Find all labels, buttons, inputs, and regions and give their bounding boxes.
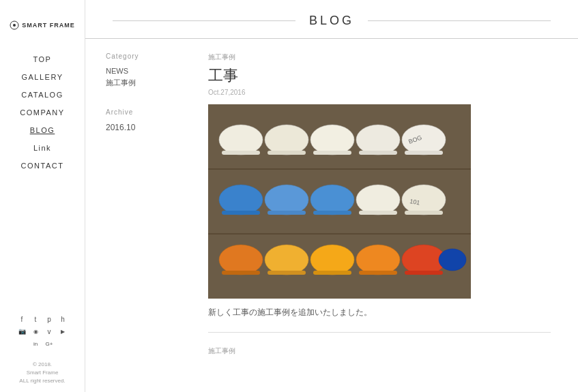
facebook-icon[interactable]: f: [17, 314, 27, 324]
nav-gallery[interactable]: GALLERY: [0, 68, 85, 86]
category-news[interactable]: NEWS: [106, 67, 181, 75]
svg-rect-34: [405, 271, 443, 275]
left-panel: Category NEWS 施工事例 Archive 2016.10: [85, 39, 194, 392]
copyright: © 2018.Smart FrameALL right reserved.: [19, 361, 65, 385]
youtube-icon[interactable]: ▶: [58, 327, 68, 336]
nav-link[interactable]: Link: [0, 139, 85, 157]
svg-rect-16: [222, 211, 260, 215]
header-line-left: [113, 20, 295, 21]
logo-icon: [10, 20, 19, 30]
svg-point-31: [356, 245, 400, 275]
category-label: Category: [106, 52, 181, 60]
svg-rect-28: [268, 271, 306, 275]
post-1-divider: [208, 332, 551, 333]
post-1-title: 工事: [208, 65, 551, 86]
hatena-icon[interactable]: h: [58, 314, 68, 324]
twitter-icon[interactable]: t: [31, 314, 40, 324]
post-1-image: BOG 101: [208, 104, 471, 299]
social-row-1: f t p h: [17, 314, 68, 324]
logo-area: SMART FRAME: [10, 20, 75, 30]
post-2-tag: 施工事例: [208, 346, 551, 356]
svg-point-9: [310, 125, 354, 155]
svg-point-29: [310, 245, 354, 275]
nav-top[interactable]: TOP: [0, 50, 85, 68]
svg-rect-32: [359, 271, 397, 275]
blog-header: BLOG: [85, 0, 578, 39]
sidebar: SMART FRAME TOP GALLERY CATALOG COMPANY …: [0, 0, 85, 392]
svg-point-17: [265, 185, 308, 215]
nav-catalog[interactable]: CATALOG: [0, 86, 85, 104]
archive-2016-10[interactable]: 2016.10: [106, 123, 181, 132]
instagram-icon[interactable]: 📷: [17, 327, 27, 336]
svg-point-35: [439, 249, 466, 271]
svg-rect-14: [405, 151, 443, 155]
logo-text: SMART FRAME: [22, 22, 75, 29]
svg-point-25: [219, 245, 263, 275]
header-line-right: [368, 20, 551, 21]
svg-point-19: [310, 185, 354, 215]
posts-panel: 施工事例 工事 Oct.27,2016: [194, 39, 578, 392]
svg-point-21: [356, 185, 400, 215]
post-1-description: 新しく工事の施工事例を追加いたしました。: [208, 307, 551, 318]
nav-company[interactable]: COMPANY: [0, 104, 85, 121]
line-icon[interactable]: ◉: [31, 327, 40, 336]
svg-rect-30: [313, 271, 351, 275]
main-content: BLOG Category NEWS 施工事例 Archive 2016.10 …: [85, 0, 578, 392]
svg-point-7: [265, 125, 308, 155]
svg-rect-6: [222, 151, 260, 155]
svg-point-11: [356, 125, 400, 155]
svg-rect-8: [268, 151, 306, 155]
svg-rect-20: [313, 211, 351, 215]
social-row-3: in G+: [31, 339, 54, 348]
social-icons: f t p h 📷 ◉ v ▶ in G+: [17, 314, 68, 351]
svg-point-27: [265, 245, 308, 275]
svg-point-23: [402, 185, 446, 215]
svg-rect-18: [268, 211, 306, 215]
archive-label: Archive: [106, 108, 181, 116]
svg-rect-24: [405, 211, 443, 215]
content-area: Category NEWS 施工事例 Archive 2016.10 施工事例 …: [85, 39, 578, 392]
nav-blog[interactable]: BLOG: [0, 121, 85, 139]
svg-rect-12: [359, 151, 397, 155]
svg-rect-22: [359, 211, 397, 215]
svg-point-15: [219, 185, 263, 215]
googleplus-icon[interactable]: G+: [44, 339, 54, 348]
svg-rect-26: [222, 271, 260, 275]
main-nav: TOP GALLERY CATALOG COMPANY BLOG Link CO…: [0, 50, 85, 175]
pinterest-icon[interactable]: p: [44, 314, 54, 324]
post-1-tag: 施工事例: [208, 52, 551, 62]
nav-contact[interactable]: CONTACT: [0, 157, 85, 175]
blog-title: BLOG: [295, 14, 368, 28]
linkedin-icon[interactable]: in: [31, 339, 40, 348]
svg-point-5: [219, 125, 263, 155]
category-construction[interactable]: 施工事例: [106, 78, 181, 88]
vimeo-icon[interactable]: v: [44, 327, 54, 336]
svg-point-1: [13, 24, 16, 27]
social-row-2: 📷 ◉ v ▶: [17, 327, 68, 336]
post-1-date: Oct.27,2016: [208, 89, 551, 96]
svg-rect-10: [313, 151, 351, 155]
